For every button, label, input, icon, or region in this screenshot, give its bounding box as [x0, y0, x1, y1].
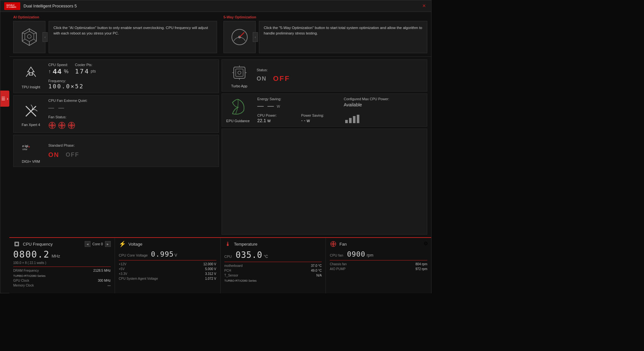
fan-header: Fan	[330, 240, 427, 248]
tpu-speed-unit: %	[64, 69, 68, 74]
core-prev-btn[interactable]: ◄	[85, 241, 90, 247]
voltage-separator	[119, 260, 216, 260]
svg-line-7	[34, 39, 36, 41]
turbo-status-off: OFF	[273, 74, 290, 83]
fan-dash-value: — —	[48, 104, 214, 111]
tpu-speed-label: CPU Speed:	[48, 63, 69, 67]
aio-pump-row: AIO PUMP 972 rpm	[330, 267, 427, 271]
cpu-freq-title: CPU Frequency	[23, 242, 52, 247]
tpu-content: CPU Speed: ↑ 44 % Cooler Pts: 1	[48, 63, 214, 90]
svg-text:VRM: VRM	[22, 148, 27, 151]
voltage-5v-row: +5V 5.000 V	[119, 267, 216, 271]
tpu-freq-value: 100.0×52	[48, 83, 214, 90]
right-filler-panel	[222, 129, 427, 235]
voltage-sys-agent-row: CPU System Agent Voltage 1.072 V	[119, 277, 216, 280]
temperature-section: 🌡 Temperature CPU 035.0 °C motherboard 3…	[221, 238, 326, 293]
close-button[interactable]: ×	[421, 3, 427, 9]
cpu-power-value: 22.1 w	[257, 118, 297, 123]
svg-point-17	[52, 125, 53, 126]
svg-line-10	[22, 33, 25, 34]
voltage-12v-label: +12V	[119, 262, 127, 266]
aio-pump-value: 972 rpm	[415, 267, 427, 271]
gpu-series-label: TURBO-RTX2080 Series	[13, 274, 111, 278]
fiveway-opt-icon	[230, 27, 249, 47]
cpu-frequency-section: CPU Frequency ◄ Core 0 ► 0800.2 MHz 100.…	[9, 238, 115, 293]
turbo-app-label: Turbo App	[231, 84, 247, 88]
cpu-freq-separator	[13, 267, 111, 267]
ai-opt-text: Click the "AI Optimization" button to on…	[49, 21, 217, 53]
core-next-btn[interactable]: ►	[105, 241, 111, 247]
cpu-temp-row: CPU 035.0 °C	[224, 250, 322, 260]
digi-vrm-content: Standard Phase: ON OFF	[48, 138, 214, 163]
left-panels: TPU Insight CPU Speed: ↑ 44 %	[13, 59, 219, 235]
cpu-fan-label: CPU fan	[330, 253, 343, 257]
cpu-freq-icon	[13, 240, 20, 248]
tpu-icon-col: TPU Insight	[18, 63, 44, 90]
fiveway-opt-icon-box[interactable]: ‹	[223, 21, 256, 53]
svg-text:+: +	[28, 145, 30, 149]
chassis-fan-value: 804 rpm	[415, 262, 427, 266]
phase-on: ON	[48, 151, 59, 159]
fan-spin-icon-2	[58, 122, 66, 129]
tsensor-temp-value: N/A	[317, 274, 322, 277]
dram-freq-row: DRAM Frequency 2128.5 MHz	[13, 269, 111, 272]
energy-unit: w	[277, 103, 280, 109]
tpu-speed-section: CPU Speed: ↑ 44 %	[48, 63, 69, 76]
main-window: REPUBLIC OF GAMERS Dual Intelligent Proc…	[0, 0, 431, 293]
voltage-title: Voltage	[128, 242, 142, 247]
fan-spin-icon-3	[68, 122, 75, 129]
energy-dash: — —	[257, 102, 275, 110]
svg-text:igi: igi	[25, 144, 28, 148]
tsensor-temp-label: T_Sensor	[224, 274, 238, 277]
mem-clock-label: Memory Clock	[13, 284, 34, 287]
turbo-app-panel: Turbo App Status: ON OFF	[222, 59, 427, 92]
voltage-5v-label: +5V	[119, 267, 125, 271]
voltage-sys-agent-value: 1.072 V	[205, 277, 216, 280]
fan-section: ⚙ Fan CPU fan	[326, 238, 431, 293]
turbo-status-section: Status: ON OFF	[257, 68, 290, 83]
fiveway-opt-chevron[interactable]: ‹	[253, 32, 258, 42]
phase-controls: ON OFF	[48, 151, 214, 159]
main-content: AI Optimization	[9, 12, 431, 293]
ai-optimization-block: AI Optimization	[13, 15, 217, 53]
svg-point-21	[71, 125, 72, 126]
svg-line-6	[34, 33, 36, 34]
tpu-label: TPU Insight	[22, 85, 40, 89]
motherboard-temp-value: 37.0 °C	[311, 264, 322, 268]
epu-icon	[228, 98, 248, 117]
temp-icon: 🌡	[224, 240, 232, 248]
svg-rect-36	[357, 115, 359, 123]
sidebar-toggle[interactable]: ☰ ›	[0, 91, 9, 107]
voltage-3v-row: +3.3V 3.312 V	[119, 272, 216, 276]
ai-opt-chevron[interactable]: ‹	[43, 32, 48, 42]
cpu-fan-row: CPU fan 0900 rpm	[330, 250, 427, 258]
dram-freq-label: DRAM Frequency	[13, 269, 39, 272]
svg-line-9	[22, 39, 25, 41]
cpu-freq-unit: MHz	[52, 254, 60, 258]
power-bar	[345, 113, 424, 123]
gpu-clock-row: GPU Clock 300 MHz	[13, 279, 111, 282]
svg-point-28	[238, 71, 241, 74]
cpu-fan-unit: rpm	[367, 253, 374, 258]
digi-vrm-svg-icon: D igi VRM +	[22, 143, 40, 153]
tpu-speed-value: 44	[53, 67, 62, 76]
svg-marker-3	[25, 31, 34, 42]
epu-info-col: Energy Saving: — — w Configured Max CPU …	[254, 94, 427, 126]
svg-rect-35	[353, 116, 355, 123]
cpu-voltage-unit: V	[175, 253, 177, 258]
voltage-header: ⚡ Voltage	[119, 240, 216, 248]
svg-point-40	[333, 243, 334, 245]
core-label: Core 0	[92, 242, 103, 246]
cpu-temp-unit: °C	[264, 254, 268, 259]
ai-opt-icon-box[interactable]: ‹	[13, 21, 45, 53]
cpu-freq-header: CPU Frequency ◄ Core 0 ►	[13, 240, 111, 248]
svg-rect-34	[349, 118, 352, 123]
core-nav: ◄ Core 0 ►	[85, 241, 111, 247]
tpu-cooler-section: Cooler Pts: 174 pts	[75, 63, 96, 75]
pch-temp-label: PCH	[224, 269, 231, 272]
turbo-app-icon-col: Turbo App	[226, 63, 252, 88]
cpu-temp-label: CPU	[224, 255, 232, 258]
fan-settings-icon[interactable]: ⚙	[423, 240, 428, 247]
tsensor-temp-row: T_Sensor N/A	[224, 274, 322, 277]
voltage-12v-value: 12.000 V	[203, 262, 216, 266]
